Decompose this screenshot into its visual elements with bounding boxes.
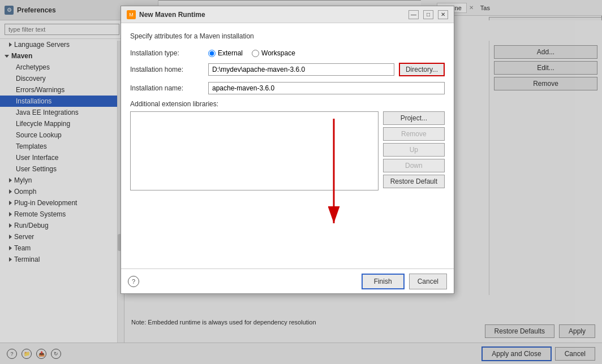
dialog-title-icon: M [127, 10, 136, 19]
dialog-subtitle: Specify attributes for a Maven installat… [130, 32, 445, 40]
finish-button[interactable]: Finish [362, 274, 405, 289]
ext-remove-button[interactable]: Remove [383, 127, 445, 141]
installation-home-label: Installation home: [130, 66, 204, 73]
dialog-help-icon[interactable]: ? [128, 276, 139, 287]
dialog-maximize-btn[interactable]: □ [423, 10, 433, 19]
radio-external-label[interactable]: External [208, 49, 243, 57]
installation-type-row: Installation type: External Workspace [130, 49, 445, 57]
ext-libraries-area: Project... Remove Up Down Restore Defaul… [130, 111, 445, 190]
radio-workspace-label[interactable]: Workspace [252, 49, 295, 57]
ext-down-button[interactable]: Down [383, 159, 445, 172]
radio-external-text: External [218, 49, 243, 57]
dialog-bottom: ? Finish Cancel [121, 268, 454, 293]
dialog-close-btn[interactable]: ✕ [438, 10, 448, 19]
new-maven-runtime-dialog: M New Maven Runtime — □ ✕ Specify attrib… [121, 6, 454, 294]
restore-default-button[interactable]: Restore Default [383, 175, 445, 188]
installation-type-label: Installation type: [130, 49, 204, 57]
radio-workspace-text: Workspace [261, 49, 295, 57]
dialog-minimize-btn[interactable]: — [408, 10, 419, 19]
installation-home-row: Installation home: Directory... [130, 63, 445, 76]
installation-name-label: Installation name: [130, 84, 204, 92]
project-button[interactable]: Project... [383, 111, 445, 125]
dialog-cancel-button[interactable]: Cancel [409, 274, 447, 289]
installation-name-row: Installation name: [130, 82, 445, 94]
directory-button[interactable]: Directory... [399, 63, 445, 76]
dialog-buttons: Finish Cancel [362, 274, 447, 289]
radio-external[interactable] [208, 50, 216, 57]
installation-name-input[interactable] [208, 82, 445, 94]
radio-group: External Workspace [208, 49, 295, 57]
dialog-icon-glyph: M [129, 12, 134, 18]
ext-libraries-list[interactable] [130, 111, 379, 190]
installation-home-input[interactable] [208, 63, 394, 76]
dialog-body: Specify attributes for a Maven installat… [121, 23, 454, 200]
ext-buttons-group: Project... Remove Up Down Restore Defaul… [383, 111, 445, 190]
ext-libraries-label: Additional extension libraries: [130, 100, 445, 108]
radio-workspace[interactable] [252, 50, 259, 57]
dialog-title: New Maven Runtime [139, 11, 404, 19]
ext-up-button[interactable]: Up [383, 143, 445, 157]
dialog-titlebar: M New Maven Runtime — □ ✕ [121, 6, 454, 23]
